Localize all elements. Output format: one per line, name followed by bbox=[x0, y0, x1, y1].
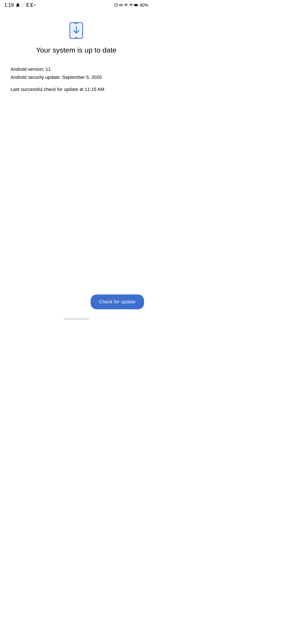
update-icon-container bbox=[69, 22, 84, 39]
svg-rect-4 bbox=[30, 4, 33, 4]
wifi-icon bbox=[124, 3, 128, 7]
status-bar: 1:19 • bbox=[0, 0, 152, 9]
status-icons-left: • bbox=[16, 3, 35, 8]
info-section: Android version: 11 Android security upd… bbox=[8, 65, 144, 93]
android-version-text: Android version: 11 bbox=[10, 65, 142, 73]
espn-icon2 bbox=[30, 3, 33, 7]
svg-rect-2 bbox=[26, 5, 28, 5]
status-bar-right: 80% bbox=[114, 3, 148, 8]
battery-percent: 80% bbox=[140, 3, 148, 8]
svg-rect-11 bbox=[74, 24, 78, 24]
status-icons-right: 80% bbox=[114, 3, 148, 8]
svg-rect-12 bbox=[75, 37, 78, 38]
status-time: 1:19 bbox=[4, 2, 14, 8]
battery-icon bbox=[134, 4, 139, 6]
page-heading: Your system is up to date bbox=[36, 45, 117, 55]
svg-rect-0 bbox=[21, 4, 25, 7]
vibrate-icon bbox=[119, 3, 123, 7]
svg-rect-6 bbox=[30, 6, 33, 6]
sim-card-icon bbox=[16, 3, 20, 7]
svg-rect-3 bbox=[26, 6, 29, 6]
svg-rect-8 bbox=[134, 4, 138, 6]
home-indicator bbox=[64, 318, 89, 320]
main-content: Your system is up to date Android versio… bbox=[0, 9, 152, 102]
last-check-text: Last successful check for update at 11:1… bbox=[10, 85, 142, 93]
dot-icon: • bbox=[34, 3, 35, 8]
phone-update-icon bbox=[69, 22, 84, 39]
svg-rect-5 bbox=[30, 5, 32, 5]
signal-icon bbox=[129, 3, 133, 7]
bottom-area: Check for update bbox=[91, 294, 144, 309]
alarm-icon bbox=[114, 3, 118, 7]
espn-icon bbox=[26, 3, 29, 7]
status-bar-left: 1:19 • bbox=[4, 2, 35, 8]
svg-rect-1 bbox=[26, 4, 29, 4]
gmail-icon bbox=[21, 4, 25, 7]
security-update-text: Android security update: September 5, 20… bbox=[10, 73, 142, 81]
check-for-update-button[interactable]: Check for update bbox=[91, 294, 144, 309]
